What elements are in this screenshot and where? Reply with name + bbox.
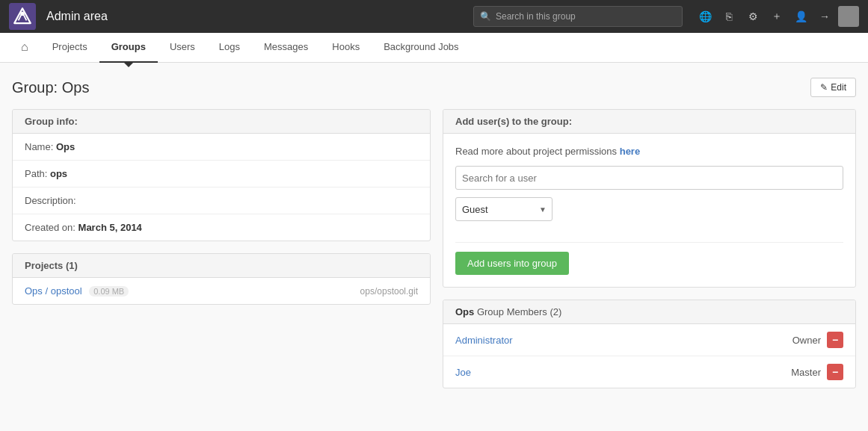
subnav-users[interactable]: Users: [158, 33, 207, 63]
group-created-value: March 5, 2014: [79, 222, 142, 233]
project-link[interactable]: Ops / opstool: [25, 285, 82, 297]
member-administrator-link[interactable]: Administrator: [455, 335, 513, 346]
member-joe-row: Joe Master −: [443, 356, 855, 388]
group-name-row: Name: Ops: [13, 134, 430, 161]
avatar[interactable]: [838, 6, 859, 27]
group-info-header: Group info:: [13, 110, 430, 134]
gear-icon[interactable]: ⚙: [742, 6, 763, 27]
right-column: Add user(s) to the group: Read more abou…: [443, 109, 856, 400]
topbar: Admin area 🔍 🌐 ⎘ ⚙ ＋ 👤 →: [0, 0, 868, 33]
subnav-projects[interactable]: Projects: [40, 33, 99, 63]
permissions-link[interactable]: here: [620, 146, 640, 157]
page-header: Group: Ops ✎ Edit: [12, 78, 856, 97]
copy-icon[interactable]: ⎘: [718, 6, 739, 27]
topbar-search-box[interactable]: 🔍: [473, 6, 683, 27]
remove-administrator-button[interactable]: −: [827, 332, 843, 348]
project-row: Ops / opstool 0.09 MB ops/opstool.git: [13, 278, 430, 304]
member-joe-right: Master −: [791, 364, 843, 380]
member-administrator-role: Owner: [792, 335, 821, 346]
members-panel: Ops Group Members (2) Administrator Owne…: [443, 300, 856, 388]
members-panel-body: Administrator Owner − Joe Master −: [443, 324, 855, 388]
subnav-hooks[interactable]: Hooks: [320, 33, 372, 63]
member-joe-role: Master: [791, 367, 821, 378]
group-info-panel: Group info: Name: Ops Path: ops Descript…: [12, 109, 431, 241]
add-users-content: Read more about project permissions here…: [443, 134, 855, 287]
group-created-row: Created on: March 5, 2014: [13, 214, 430, 241]
page-title: Group: Ops: [12, 79, 89, 96]
add-users-panel: Add user(s) to the group: Read more abou…: [443, 109, 856, 288]
topbar-search-input[interactable]: [496, 11, 676, 22]
admin-area-title: Admin area: [46, 10, 467, 23]
member-joe-link[interactable]: Joe: [455, 367, 471, 378]
subnav-home[interactable]: ⌂: [9, 33, 40, 63]
signout-icon[interactable]: →: [814, 6, 835, 27]
role-select[interactable]: Guest Reporter Developer Master Owner: [455, 197, 552, 221]
member-administrator-right: Owner −: [792, 332, 843, 348]
left-column: Group info: Name: Ops Path: ops Descript…: [12, 109, 431, 400]
project-git: ops/opstool.git: [360, 286, 418, 297]
add-users-header: Add user(s) to the group:: [443, 110, 855, 134]
globe-icon[interactable]: 🌐: [695, 6, 715, 27]
edit-button[interactable]: ✎ Edit: [810, 78, 856, 97]
edit-icon: ✎: [820, 82, 828, 93]
projects-panel-body: Ops / opstool 0.09 MB ops/opstool.git: [13, 278, 430, 304]
search-icon: 🔍: [480, 11, 491, 22]
columns: Group info: Name: Ops Path: ops Descript…: [12, 109, 856, 400]
svg-rect-0: [9, 3, 36, 30]
subnav: ⌂ Projects Groups Users Logs Messages Ho…: [0, 33, 868, 63]
divider: [455, 242, 843, 243]
members-group-name: Ops: [455, 306, 474, 317]
member-row: Administrator Owner −: [443, 324, 855, 356]
plus-icon[interactable]: ＋: [766, 6, 787, 27]
role-select-wrapper: Guest Reporter Developer Master Owner ▼: [455, 197, 552, 221]
subnav-groups[interactable]: Groups: [99, 33, 158, 63]
project-size: 0.09 MB: [89, 286, 129, 297]
subnav-logs[interactable]: Logs: [207, 33, 252, 63]
main-content: Group: Ops ✎ Edit Group info: Name: Ops …: [0, 63, 868, 415]
members-panel-header: Ops Group Members (2): [443, 300, 855, 324]
group-name-value: Ops: [56, 141, 75, 152]
project-info: Ops / opstool 0.09 MB: [25, 285, 129, 297]
logo[interactable]: [9, 3, 36, 30]
group-description-row: Description:: [13, 187, 430, 214]
permissions-text: Read more about project permissions here: [455, 146, 843, 157]
subnav-messages[interactable]: Messages: [252, 33, 320, 63]
projects-panel-header: Projects (1): [13, 254, 430, 278]
home-icon: ⌂: [21, 40, 28, 54]
group-path-value: ops: [50, 168, 67, 179]
group-path-row: Path: ops: [13, 161, 430, 187]
topbar-actions: 🌐 ⎘ ⚙ ＋ 👤 →: [695, 6, 859, 27]
add-users-button[interactable]: Add users into group: [455, 252, 569, 275]
group-info-body: Name: Ops Path: ops Description: Created…: [13, 134, 430, 241]
user-icon[interactable]: 👤: [790, 6, 811, 27]
search-user-input[interactable]: [455, 166, 843, 190]
remove-joe-button[interactable]: −: [827, 364, 843, 380]
projects-panel: Projects (1) Ops / opstool 0.09 MB ops/o…: [12, 253, 431, 305]
subnav-background-jobs[interactable]: Background Jobs: [372, 33, 470, 63]
